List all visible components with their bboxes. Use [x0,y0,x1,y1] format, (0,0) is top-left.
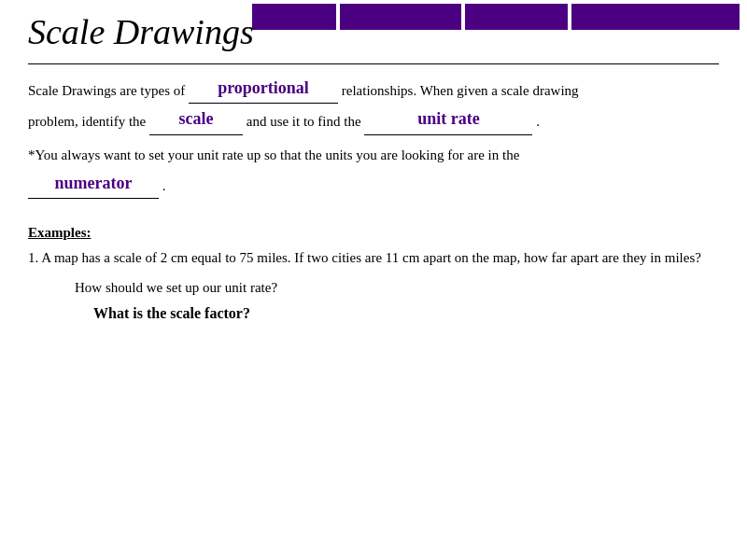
intro-line1-post: relationships. When given a scale drawin… [342,83,579,98]
tab-block-4 [571,4,740,30]
tab-block-2 [340,4,461,30]
word-unit-rate: unit rate [414,109,484,128]
asterisk-note: *You always want to set your unit rate u… [28,143,719,199]
blank-unit-rate: unit rate [364,104,532,134]
examples-section: Examples: 1. A map has a scale of 2 cm e… [28,225,719,322]
unit-rate-question: How should we set up our unit rate? [75,280,719,296]
main-content: Scale Drawings are types of proportional… [28,73,719,322]
word-numerator: numerator [51,174,136,192]
intro-line1-pre: Scale Drawings are types of [28,83,189,98]
blank-scale: scale [149,104,243,134]
examples-heading: Examples: [28,225,719,241]
asterisk-line1: *You always want to set your unit rate u… [28,147,519,162]
page-title: Scale Drawings [28,14,254,49]
scale-factor-question: What is the scale factor? [93,305,719,322]
intro-line2-post: . [536,115,540,130]
intro-line2-mid: and use it to find the [247,115,365,130]
example1-text: 1. A map has a scale of 2 cm equal to 75… [28,246,719,271]
word-scale: scale [175,109,217,128]
tab-block-1 [252,4,336,30]
title-area: Scale Drawings [28,0,254,63]
intro-paragraph: Scale Drawings are types of proportional… [28,73,719,135]
tab-block-3 [465,4,568,30]
asterisk-line2: . [162,178,166,193]
blank-proportional: proportional [189,73,338,104]
intro-line2-pre: problem, identify the [28,115,149,130]
word-proportional: proportional [214,78,313,97]
blank-numerator: numerator [28,168,159,199]
title-divider [28,63,719,64]
